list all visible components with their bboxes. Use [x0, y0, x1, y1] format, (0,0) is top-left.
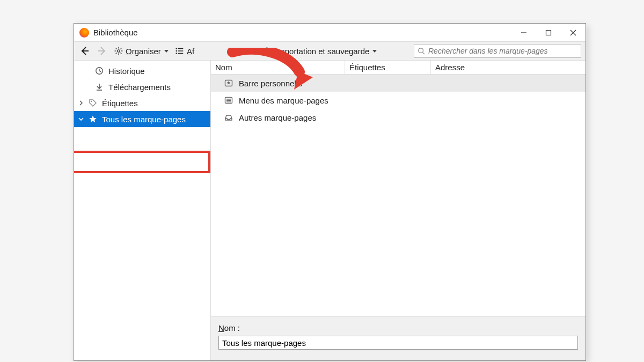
maximize-button[interactable] — [536, 24, 561, 41]
views-label: Af — [187, 47, 194, 56]
svg-line-13 — [115, 53, 116, 54]
body: Historique Téléchargements Étiquettes — [74, 61, 586, 360]
library-window: Bibliothèque Organiser — [74, 23, 586, 361]
forward-button[interactable] — [96, 45, 108, 57]
detail-pane: Nom : — [211, 316, 586, 360]
sidebar-item-all-bookmarks[interactable]: Tous les marque-pages — [74, 111, 210, 127]
chevron-down-icon — [78, 116, 84, 122]
search-icon — [418, 47, 425, 55]
column-name[interactable]: Nom — [211, 61, 345, 74]
sidebar-item-label: Tous les marque-pages — [102, 115, 186, 124]
row-label: Barre personnelle — [239, 79, 302, 88]
sidebar-item-label: Étiquettes — [102, 99, 138, 108]
gear-icon — [114, 46, 123, 56]
window-title: Bibliothèque — [93, 28, 511, 37]
svg-rect-1 — [546, 30, 551, 35]
svg-line-22 — [423, 53, 425, 55]
list-item[interactable]: Autres marque-pages — [211, 109, 586, 126]
sidebar-item-label: Historique — [108, 67, 145, 76]
toolbar: Organiser Af Importation et sauvegarde — [74, 41, 586, 61]
back-button[interactable] — [78, 45, 91, 57]
svg-point-21 — [419, 48, 423, 53]
search-box[interactable] — [414, 44, 581, 58]
list-item[interactable]: Menu des marque-pages — [211, 92, 586, 109]
list-item[interactable]: Barre personnelle — [211, 75, 586, 92]
minimize-button[interactable] — [511, 24, 536, 41]
organize-label: Organiser — [126, 47, 161, 56]
main-panel: Nom Étiquettes Adresse Barre personnelle… — [211, 61, 586, 360]
chevron-down-icon — [164, 50, 169, 53]
star-icon — [88, 114, 98, 124]
search-input[interactable] — [428, 47, 577, 55]
svg-point-19 — [175, 50, 177, 51]
organize-menu[interactable]: Organiser — [113, 45, 170, 57]
svg-line-12 — [120, 53, 121, 54]
row-label: Autres marque-pages — [239, 113, 316, 122]
detail-name-label: Nom : — [218, 323, 240, 333]
sidebar-item-history[interactable]: Historique — [74, 63, 210, 79]
detail-name-input[interactable] — [218, 336, 578, 350]
titlebar: Bibliothèque — [74, 24, 586, 41]
menu-list-icon — [224, 95, 233, 105]
clock-icon — [94, 66, 104, 76]
annotation-highlight-box — [74, 151, 210, 173]
column-tags[interactable]: Étiquettes — [345, 61, 431, 74]
svg-line-11 — [115, 48, 116, 49]
sidebar-item-downloads[interactable]: Téléchargements — [74, 79, 210, 95]
sidebar-item-tags[interactable]: Étiquettes — [74, 95, 210, 111]
svg-point-20 — [175, 53, 177, 54]
bookmark-toolbar-icon — [224, 78, 233, 88]
svg-point-25 — [91, 101, 92, 102]
import-backup-menu[interactable]: Importation et sauvegarde — [263, 45, 378, 57]
chevron-right-icon — [78, 100, 84, 106]
firefox-icon — [79, 28, 89, 38]
import-label: Importation et sauvegarde — [276, 47, 369, 56]
tag-icon — [88, 98, 98, 108]
columns-header: Nom Étiquettes Adresse — [211, 61, 586, 75]
sidebar: Historique Téléchargements Étiquettes — [74, 61, 211, 360]
rows-container: Barre personnelle Menu des marque-pages … — [211, 75, 586, 316]
column-address[interactable]: Adresse — [431, 61, 586, 74]
sidebar-item-label: Téléchargements — [108, 83, 171, 92]
svg-point-6 — [118, 50, 120, 53]
import-export-icon — [264, 46, 274, 56]
list-icon — [175, 46, 185, 56]
svg-point-18 — [175, 48, 177, 49]
row-label: Menu des marque-pages — [239, 96, 328, 105]
views-menu[interactable]: Af — [174, 45, 195, 57]
window-controls — [511, 24, 586, 41]
download-icon — [94, 82, 104, 92]
chevron-down-icon — [372, 50, 377, 53]
svg-line-14 — [120, 48, 121, 49]
inbox-icon — [224, 113, 233, 122]
close-button[interactable] — [561, 24, 586, 41]
